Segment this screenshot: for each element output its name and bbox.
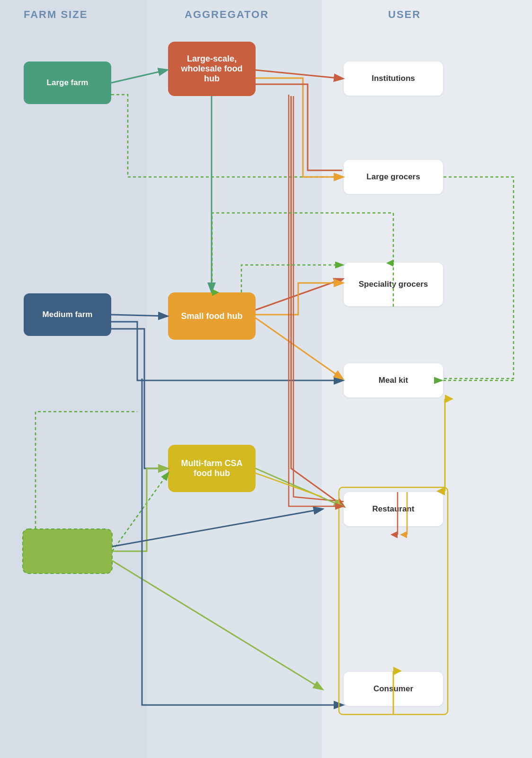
- medium-farm-box: Medium farm: [24, 293, 111, 336]
- user-header: USER: [388, 9, 421, 21]
- consumer-box: Consumer: [344, 672, 443, 706]
- speciality-grocers-box: Speciality grocers: [344, 263, 443, 306]
- large-hub-box: Large-scale, wholesale food hub: [168, 42, 256, 96]
- small-hub-box: Small food hub: [168, 292, 256, 340]
- small-farm-box: Small farm: [24, 530, 111, 573]
- csa-hub-box: Multi-farm CSA food hub: [168, 445, 256, 492]
- farm-column-bg: [0, 0, 147, 758]
- meal-kit-box: Meal kit: [344, 363, 443, 397]
- aggregator-header: AGGREGATOR: [185, 9, 269, 21]
- farm-header: FARM SIZE: [24, 9, 88, 21]
- large-grocers-box: Large grocers: [344, 160, 443, 194]
- large-farm-box: Large farm: [24, 62, 111, 104]
- aggregator-column-bg: [147, 0, 322, 758]
- institutions-box: Institutions: [344, 62, 443, 96]
- restaurant-box: Restaurant: [344, 492, 443, 526]
